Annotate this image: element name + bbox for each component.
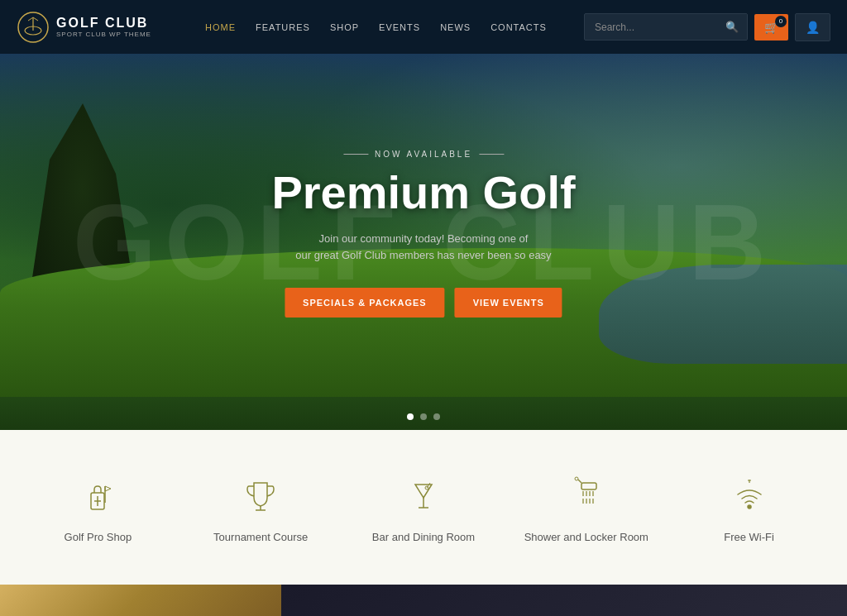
logo[interactable]: GOLF CLUB SPORT CLUB WP THEME <box>17 11 151 44</box>
free-wifi-label: Free Wi-Fi <box>724 531 774 543</box>
user-button[interactable]: 👤 <box>795 13 830 41</box>
nav-news[interactable]: NEWS <box>440 22 471 32</box>
search-button[interactable]: 🔍 <box>717 14 747 40</box>
wifi-icon <box>728 475 771 518</box>
logo-icon <box>17 11 50 44</box>
main-nav: HOME FEATURES SHOP EVENTS NEWS CONTACTS <box>205 22 547 32</box>
golf-pro-shop-label: Golf Pro Shop <box>65 531 132 543</box>
features-section: Golf Pro Shop Tournament Course <box>0 430 847 585</box>
feature-shower-locker[interactable]: Shower and Locker Room <box>505 463 668 552</box>
header-actions: 🔍 🛒 0 👤 <box>584 13 830 41</box>
bottom-section <box>0 585 847 616</box>
svg-marker-6 <box>105 486 111 491</box>
svg-point-15 <box>575 477 578 480</box>
search-input[interactable] <box>585 15 717 40</box>
feature-tournament-course[interactable]: Tournament Course <box>179 463 342 552</box>
feature-bar-dining[interactable]: Bar and Dining Room <box>342 463 505 552</box>
bottom-image-left <box>0 585 281 616</box>
bottom-image-right <box>281 585 847 616</box>
search-bar: 🔍 <box>584 13 748 41</box>
nav-features[interactable]: FEATURES <box>256 22 310 32</box>
trophy-icon <box>239 475 282 518</box>
svg-rect-13 <box>581 483 596 489</box>
golf-pro-shop-icon <box>73 471 122 521</box>
dot-3[interactable] <box>433 413 440 420</box>
tournament-course-label: Tournament Course <box>213 531 308 543</box>
logo-text: GOLF CLUB SPORT CLUB WP THEME <box>56 16 151 38</box>
cart-button[interactable]: 🛒 0 <box>754 14 788 41</box>
bar-icon <box>402 475 445 518</box>
cart-badge: 0 <box>775 16 787 27</box>
site-header: GOLF CLUB SPORT CLUB WP THEME HOME FEATU… <box>0 0 847 54</box>
shower-locker-icon <box>562 471 611 521</box>
svg-line-14 <box>578 480 581 483</box>
nav-shop[interactable]: SHOP <box>330 22 359 32</box>
bar-dining-label: Bar and Dining Room <box>372 531 475 543</box>
view-events-button[interactable]: VIEW EVENTS <box>455 288 562 318</box>
svg-point-24 <box>748 505 751 509</box>
dot-2[interactable] <box>420 413 427 420</box>
nav-events[interactable]: EVENTS <box>379 22 420 32</box>
shop-icon <box>76 475 119 518</box>
hero-now-available: NOW AVAILABLE <box>271 150 575 159</box>
hero-section: GOLF CLUB NOW AVAILABLE Premium Golf Joi… <box>0 54 847 430</box>
shower-icon <box>565 475 608 518</box>
hero-title: Premium Golf <box>271 165 575 219</box>
feature-golf-pro-shop[interactable]: Golf Pro Shop <box>17 463 179 552</box>
free-wifi-icon <box>725 471 774 521</box>
feature-free-wifi[interactable]: Free Wi-Fi <box>668 463 830 552</box>
nav-home[interactable]: HOME <box>205 22 236 32</box>
hero-dots <box>407 413 440 420</box>
hero-content: NOW AVAILABLE Premium Golf Join our comm… <box>271 150 575 318</box>
tournament-course-icon <box>236 471 285 521</box>
brand-tagline: SPORT CLUB WP THEME <box>56 31 151 38</box>
hero-water <box>599 265 847 364</box>
hero-subtitle: Join our community today! Becoming one o… <box>271 231 575 265</box>
brand-name: GOLF CLUB <box>56 16 151 31</box>
shower-locker-label: Shower and Locker Room <box>524 531 648 543</box>
hero-buttons: SPECIALS & PACKAGES VIEW EVENTS <box>271 288 575 318</box>
dot-1[interactable] <box>407 413 414 420</box>
nav-contacts[interactable]: CONTACTS <box>490 22 547 32</box>
specials-button[interactable]: SPECIALS & PACKAGES <box>285 288 445 318</box>
bar-dining-icon <box>399 471 448 521</box>
